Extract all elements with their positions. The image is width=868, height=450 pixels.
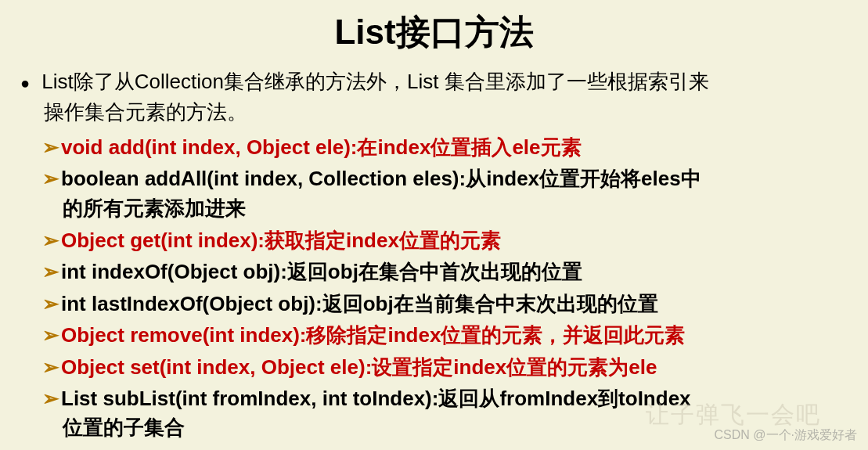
method-item: ➢Object get(int index):获取指定index位置的元素 <box>42 225 854 255</box>
bullet-arrow-icon: ➢ <box>42 257 59 286</box>
slide-container: List接口方法 List除了从Collection集合继承的方法外，List … <box>0 0 868 450</box>
method-text: Object set(int index, Object ele):设置指定in… <box>61 355 657 379</box>
method-text: void add(int index, Object ele):在index位置… <box>61 135 582 159</box>
bullet-arrow-icon: ➢ <box>42 132 59 162</box>
method-item: ➢int indexOf(Object obj):返回obj在集合中首次出现的位… <box>42 257 854 286</box>
intro-line1: List除了从Collection集合继承的方法外，List 集合里添加了一些根… <box>41 70 708 93</box>
method-text: boolean addAll(int index, Collection ele… <box>61 167 701 190</box>
intro-line2: 操作集合元素的方法。 <box>44 97 838 128</box>
method-text: int indexOf(Object obj):返回obj在集合中首次出现的位置 <box>61 260 582 283</box>
method-text: Object get(int index):获取指定index位置的元素 <box>61 229 501 252</box>
method-text: List subList(int fromIndex, int toIndex)… <box>61 387 691 410</box>
method-text: Object remove(int index):移除指定index位置的元素，… <box>61 323 685 347</box>
slide-title: List接口方法 <box>14 9 854 56</box>
method-item: ➢Object set(int index, Object ele):设置指定i… <box>42 352 854 382</box>
watermark-text: CSDN @一个·游戏爱好者 <box>715 427 857 444</box>
method-cont: 的所有元素添加进来 <box>63 194 846 224</box>
bullet-arrow-icon: ➢ <box>42 164 59 193</box>
bullet-arrow-icon: ➢ <box>42 320 59 350</box>
method-item: ➢boolean addAll(int index, Collection el… <box>42 164 854 223</box>
bullet-arrow-icon: ➢ <box>42 383 59 413</box>
intro-text: List除了从Collection集合继承的方法外，List 集合里添加了一些根… <box>20 67 838 128</box>
method-item: ➢void add(int index, Object ele):在index位… <box>42 132 854 162</box>
method-item: ➢int lastIndexOf(Object obj):返回obj在当前集合中… <box>42 289 854 319</box>
bullet-arrow-icon: ➢ <box>42 225 59 255</box>
bullet-arrow-icon: ➢ <box>42 352 59 382</box>
method-list: ➢void add(int index, Object ele):在index位… <box>42 132 854 443</box>
bullet-arrow-icon: ➢ <box>42 289 59 319</box>
background-ghost-text: 让子弹飞一会吧 <box>646 399 821 431</box>
method-item: ➢Object remove(int index):移除指定index位置的元素… <box>42 320 854 350</box>
method-text: int lastIndexOf(Object obj):返回obj在当前集合中末… <box>61 292 658 315</box>
